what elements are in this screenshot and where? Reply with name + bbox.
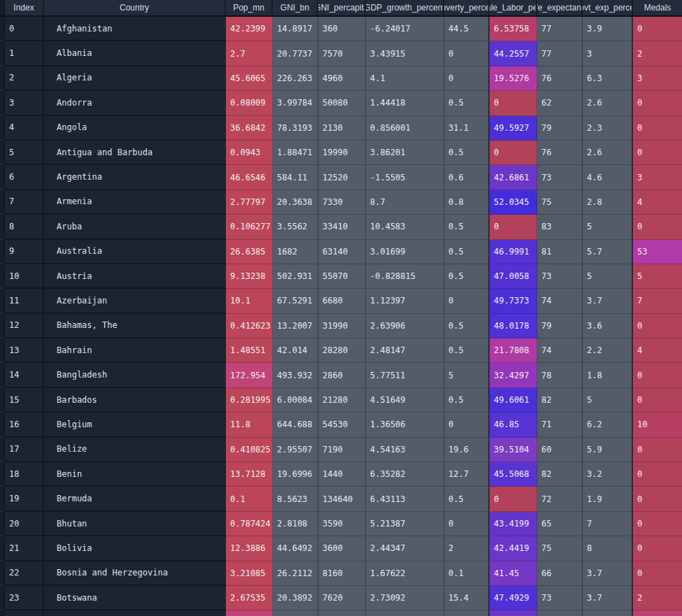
- column-header-index[interactable]: Index: [5, 0, 44, 15]
- cell-gni[interactable]: 20.3638: [273, 190, 318, 215]
- cell-pop[interactable]: 0.0943: [226, 141, 273, 165]
- cell-exp[interactable]: 3.7: [583, 586, 633, 610]
- cell-exp[interactable]: 3.5: [583, 610, 633, 616]
- cell-index[interactable]: 15: [5, 388, 44, 413]
- cell-exp[interactable]: 3.6: [583, 314, 633, 338]
- cell-country[interactable]: Argentina: [44, 165, 226, 189]
- cell-labor[interactable]: 0: [490, 91, 537, 115]
- cell-poverty[interactable]: 0.5: [444, 487, 490, 511]
- cell-medals[interactable]: 0: [633, 561, 682, 586]
- cell-poverty[interactable]: 0.1: [444, 561, 490, 586]
- cell-growth[interactable]: 10.4583: [366, 215, 444, 239]
- cell-poverty[interactable]: 0: [444, 413, 490, 437]
- cell-poverty[interactable]: 0.8: [444, 190, 490, 215]
- cell-percap[interactable]: 28280: [318, 338, 366, 363]
- cell-labor[interactable]: 53.7061: [490, 610, 537, 616]
- cell-medals[interactable]: 0: [633, 17, 682, 41]
- cell-gni[interactable]: 78.3193: [273, 116, 318, 141]
- cell-poverty[interactable]: 0.5: [444, 388, 490, 413]
- cell-index[interactable]: 10: [5, 264, 44, 289]
- cell-pop[interactable]: 45.6065: [226, 66, 273, 91]
- cell-labor[interactable]: 42.6861: [490, 165, 537, 189]
- cell-country[interactable]: Albania: [44, 41, 226, 66]
- cell-poverty[interactable]: 0.5: [444, 215, 490, 239]
- cell-percap[interactable]: 50080: [318, 91, 366, 115]
- cell-gni[interactable]: 2.95507: [273, 438, 318, 462]
- cell-index[interactable]: 1: [5, 41, 44, 66]
- cell-exp[interactable]: 5: [583, 388, 633, 413]
- cell-exp[interactable]: 5: [583, 215, 633, 239]
- cell-index[interactable]: 14: [5, 363, 44, 387]
- cell-gni[interactable]: 8.5623: [273, 487, 318, 511]
- cell-medals[interactable]: 0: [633, 388, 682, 413]
- cell-labor[interactable]: 43.4199: [490, 512, 537, 536]
- cell-index[interactable]: 12: [5, 314, 44, 338]
- column-header-country[interactable]: Country: [44, 0, 226, 15]
- cell-pop[interactable]: 26.6385: [226, 240, 273, 264]
- column-header-percap[interactable]: GNI_percapita: [318, 0, 366, 15]
- cell-growth[interactable]: 5.77511: [366, 363, 444, 387]
- cell-medals[interactable]: 0: [633, 91, 682, 115]
- cell-medals[interactable]: 0: [633, 536, 682, 561]
- cell-expect[interactable]: 73: [537, 264, 583, 289]
- cell-country[interactable]: Bangladesh: [44, 363, 226, 387]
- cell-percap[interactable]: 2860: [318, 363, 366, 387]
- cell-medals[interactable]: 4: [633, 190, 682, 215]
- cell-labor[interactable]: 44.2557: [490, 41, 537, 66]
- cell-growth[interactable]: 1.36506: [366, 413, 444, 437]
- cell-growth[interactable]: 2.44347: [366, 536, 444, 561]
- cell-poverty[interactable]: 0.5: [444, 338, 490, 363]
- cell-growth[interactable]: 1.67622: [366, 561, 444, 586]
- cell-labor[interactable]: 6.53758: [490, 17, 537, 41]
- cell-country[interactable]: Austria: [44, 264, 226, 289]
- cell-poverty[interactable]: 31.1: [444, 116, 490, 141]
- cell-poverty[interactable]: 0.5: [444, 314, 490, 338]
- cell-gni[interactable]: 3.99784: [273, 91, 318, 115]
- cell-growth[interactable]: 4.1: [366, 66, 444, 91]
- cell-poverty[interactable]: 19.6: [444, 438, 490, 462]
- cell-growth[interactable]: 6.43113: [366, 487, 444, 511]
- cell-poverty[interactable]: 0.5: [444, 240, 490, 264]
- cell-index[interactable]: 6: [5, 165, 44, 189]
- cell-exp[interactable]: 1.8: [583, 363, 633, 387]
- cell-percap[interactable]: 7330: [318, 190, 366, 215]
- cell-pop[interactable]: 0.787424: [226, 512, 273, 536]
- cell-exp[interactable]: 4.6: [583, 165, 633, 189]
- cell-percap[interactable]: 8160: [318, 561, 366, 586]
- cell-growth[interactable]: 1.44418: [366, 91, 444, 115]
- cell-expect[interactable]: 82: [537, 388, 583, 413]
- cell-country[interactable]: Azerbaijan: [44, 289, 226, 313]
- cell-growth[interactable]: 4.54163: [366, 438, 444, 462]
- column-header-pop[interactable]: Pop_mn: [226, 0, 273, 15]
- cell-country[interactable]: Aruba: [44, 215, 226, 239]
- cell-index[interactable]: 18: [5, 462, 44, 487]
- cell-pop[interactable]: 0.106277: [226, 215, 273, 239]
- cell-expect[interactable]: 75: [537, 190, 583, 215]
- cell-gni[interactable]: 644.688: [273, 413, 318, 437]
- cell-percap[interactable]: 54530: [318, 413, 366, 437]
- cell-growth[interactable]: 4.51649: [366, 388, 444, 413]
- cell-country[interactable]: Antigua and Barbuda: [44, 141, 226, 165]
- cell-percap[interactable]: 7570: [318, 41, 366, 66]
- cell-country[interactable]: Bosnia and Herzegovina: [44, 561, 226, 586]
- cell-gni[interactable]: 584.11: [273, 165, 318, 189]
- cell-poverty[interactable]: 0.5: [444, 264, 490, 289]
- cell-expect[interactable]: 82: [537, 462, 583, 487]
- cell-poverty[interactable]: 0: [444, 41, 490, 66]
- cell-percap[interactable]: 2130: [318, 116, 366, 141]
- cell-growth[interactable]: 0.856001: [366, 116, 444, 141]
- cell-exp[interactable]: 8: [583, 536, 633, 561]
- cell-index[interactable]: 3: [5, 91, 44, 115]
- cell-labor[interactable]: 32.4297: [490, 363, 537, 387]
- cell-labor[interactable]: 46.85: [490, 413, 537, 437]
- cell-gni[interactable]: 67.5291: [273, 289, 318, 313]
- cell-medals[interactable]: 0: [633, 314, 682, 338]
- cell-pop[interactable]: 11.8: [226, 413, 273, 437]
- cell-growth[interactable]: 5.21387: [366, 512, 444, 536]
- cell-labor[interactable]: 47.4929: [490, 586, 537, 610]
- cell-expect[interactable]: 66: [537, 561, 583, 586]
- cell-pop[interactable]: 13.7128: [226, 462, 273, 487]
- cell-expect[interactable]: 76: [537, 66, 583, 91]
- cell-poverty[interactable]: 2: [444, 536, 490, 561]
- cell-exp[interactable]: 6.2: [583, 413, 633, 437]
